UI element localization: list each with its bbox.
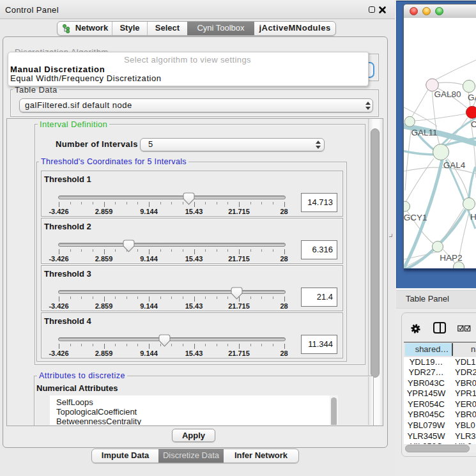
svg-text:GAL: GAL: [468, 93, 476, 102]
svg-text:HAP2: HAP2: [440, 253, 462, 263]
svg-text:HA: HA: [470, 212, 476, 222]
svg-text:GAL4: GAL4: [443, 160, 466, 170]
svg-text:CD: CD: [471, 119, 476, 129]
svg-text:GAL80: GAL80: [434, 89, 461, 99]
svg-text:GCY1: GCY1: [404, 213, 427, 222]
svg-text:GAL11: GAL11: [411, 128, 437, 137]
